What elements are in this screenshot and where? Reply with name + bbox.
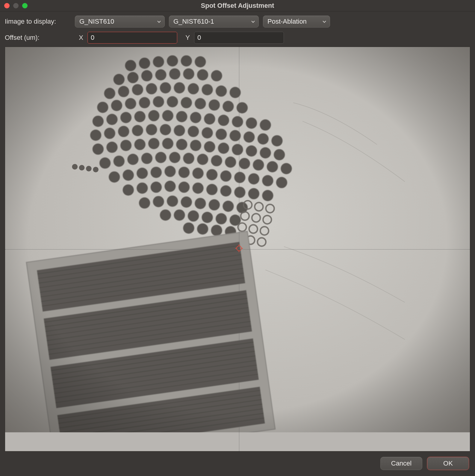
svg-point-186 bbox=[237, 246, 241, 251]
close-icon[interactable] bbox=[4, 3, 10, 8]
chevron-down-icon bbox=[322, 19, 327, 24]
dialog-footer: Cancel OK bbox=[0, 451, 475, 476]
row-offset: Offset (um): X Y bbox=[5, 32, 470, 44]
x-label: X bbox=[75, 34, 83, 42]
svg-rect-185 bbox=[5, 47, 470, 432]
select-image[interactable]: G_NIST610 bbox=[75, 16, 165, 28]
select-mode[interactable]: Post-Ablation bbox=[263, 16, 330, 28]
sample-image bbox=[5, 47, 470, 432]
y-label: Y bbox=[181, 34, 190, 42]
select-image-value: G_NIST610 bbox=[79, 18, 114, 25]
offset-label: Offset (um): bbox=[5, 34, 71, 42]
chevron-down-icon bbox=[251, 19, 255, 24]
traffic-lights bbox=[4, 3, 28, 8]
select-mode-value: Post-Ablation bbox=[267, 18, 307, 25]
zoom-icon[interactable] bbox=[22, 3, 28, 8]
titlebar: Spot Offset Adjustment bbox=[0, 0, 475, 11]
window-title: Spot Offset Adjustment bbox=[0, 2, 475, 10]
offset-y-input[interactable] bbox=[194, 32, 284, 44]
image-viewer[interactable] bbox=[5, 47, 470, 451]
offset-x-input[interactable] bbox=[87, 32, 177, 44]
ok-button[interactable]: OK bbox=[427, 457, 469, 470]
chevron-down-icon bbox=[157, 19, 161, 24]
cancel-button[interactable]: Cancel bbox=[380, 457, 422, 470]
minimize-icon[interactable] bbox=[13, 3, 19, 8]
row-image-select: Iimage to display: G_NIST610 G_NIST610-1… bbox=[5, 16, 470, 28]
target-icon bbox=[235, 244, 243, 254]
image-to-display-label: Iimage to display: bbox=[5, 18, 71, 25]
select-sub-image[interactable]: G_NIST610-1 bbox=[169, 16, 259, 28]
spot-offset-window: Spot Offset Adjustment Iimage to display… bbox=[0, 0, 475, 476]
select-sub-value: G_NIST610-1 bbox=[173, 18, 214, 25]
controls-panel: Iimage to display: G_NIST610 G_NIST610-1… bbox=[0, 11, 475, 47]
